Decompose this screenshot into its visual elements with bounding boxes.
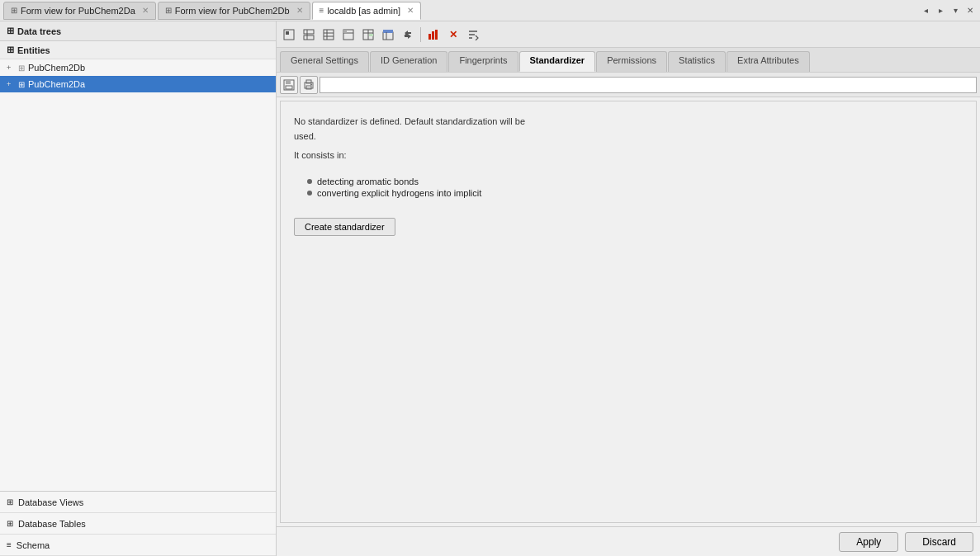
- create-standardizer-button[interactable]: Create standardizer: [294, 218, 395, 236]
- tab-permissions-label: Permissions: [607, 55, 656, 65]
- toolbar-btn-sort[interactable]: [464, 26, 482, 44]
- svg-rect-20: [432, 31, 434, 40]
- tab-standardizer-label: Standardizer: [530, 55, 585, 65]
- apply-button[interactable]: Apply: [839, 532, 898, 552]
- std-btn-print[interactable]: [300, 76, 318, 94]
- bullet-item-2: converting explicit hydrogens into impli…: [307, 188, 963, 198]
- svg-rect-16: [383, 32, 393, 40]
- svg-rect-5: [324, 30, 334, 40]
- toolbar-btn-grid[interactable]: [300, 26, 318, 44]
- toolbar-separator-1: [420, 27, 421, 42]
- tab1-icon: ⊞: [11, 6, 17, 15]
- svg-rect-17: [383, 30, 393, 33]
- toolbar-btn-table1[interactable]: [320, 26, 338, 44]
- svg-rect-1: [286, 31, 289, 35]
- toolbar-btn-arrows[interactable]: [399, 26, 417, 44]
- tab3-icon: ≡: [320, 6, 324, 15]
- bullet-label-2: converting explicit hydrogens into impli…: [317, 188, 481, 198]
- window-controls: ◂ ▸ ▾ ✕: [919, 4, 977, 17]
- expand-icon-2: +: [7, 80, 15, 88]
- toolbar-btn-pointer[interactable]: [280, 26, 298, 44]
- svg-rect-21: [435, 30, 438, 40]
- svg-rect-3: [304, 35, 314, 40]
- standardizer-toolbar: [277, 73, 980, 97]
- svg-rect-19: [428, 34, 431, 40]
- next-btn[interactable]: ▸: [934, 4, 947, 17]
- grid-icon-2: ⊞: [18, 80, 25, 89]
- tab2-close[interactable]: ✕: [296, 6, 303, 15]
- info-line1: No standardizer is defined. Default stan…: [294, 115, 963, 130]
- tab2-icon: ⊞: [165, 6, 172, 15]
- entities-label: Entities: [17, 45, 50, 55]
- footer-schema[interactable]: ≡ Schema: [0, 535, 276, 556]
- toolbar-btn-delete[interactable]: ✕: [444, 26, 462, 44]
- tab-id-generation-label: ID Generation: [381, 55, 437, 65]
- main-toolbar: ✕: [277, 21, 980, 48]
- tab-general-settings-label: General Settings: [291, 55, 358, 65]
- info-line2: used.: [294, 130, 963, 144]
- tab-fingerprints[interactable]: Fingerprints: [448, 51, 518, 72]
- tab-standardizer[interactable]: Standardizer: [519, 51, 596, 72]
- standardizer-name-input[interactable]: [320, 77, 977, 93]
- title-tab-1[interactable]: ⊞ Form view for PubChem2Da ✕: [3, 2, 156, 20]
- tree-item-pubchem2db[interactable]: + ⊞ PubChem2Db: [0, 59, 276, 76]
- bullet-label-1: detecting aromatic bonds: [317, 177, 419, 186]
- dropdown-btn[interactable]: ▾: [949, 4, 962, 17]
- footer-database-views[interactable]: ⊞ Database Views: [0, 492, 276, 513]
- sidebar-header: ⊞ Data trees: [0, 21, 276, 41]
- svg-rect-11: [343, 30, 347, 33]
- bottom-bar: Apply Discard: [277, 526, 980, 556]
- tab2-label: Form view for PubChem2Db: [175, 6, 290, 16]
- tab-content: No standardizer is defined. Default stan…: [277, 73, 980, 526]
- tab3-close[interactable]: ✕: [407, 6, 414, 15]
- sidebar-footer: ⊞ Database Views ⊞ Database Tables ≡ Sch…: [0, 491, 276, 556]
- svg-rect-27: [286, 86, 292, 89]
- footer-database-tables[interactable]: ⊞ Database Tables: [0, 513, 276, 535]
- discard-button[interactable]: Discard: [905, 532, 973, 552]
- item-label-2: PubChem2Da: [28, 79, 85, 89]
- tab-fingerprints-label: Fingerprints: [459, 55, 507, 65]
- tab-permissions[interactable]: Permissions: [596, 51, 667, 72]
- tab-id-generation[interactable]: ID Generation: [370, 51, 447, 72]
- title-tab-2[interactable]: ⊞ Form view for PubChem2Db ✕: [158, 2, 310, 20]
- std-btn-save[interactable]: [280, 76, 298, 94]
- tab3-label: localdb [as admin]: [327, 6, 400, 16]
- tab-statistics-label: Statistics: [679, 55, 715, 65]
- tab-statistics[interactable]: Statistics: [668, 51, 726, 72]
- tab-general-settings[interactable]: General Settings: [280, 51, 369, 72]
- tab-bar: General Settings ID Generation Fingerpri…: [277, 48, 980, 73]
- db-tables-icon: ⊞: [7, 519, 13, 528]
- entities-section: ⊞ Entities: [0, 41, 276, 59]
- expand-icon-1: +: [7, 64, 15, 72]
- toolbar-btn-chart[interactable]: [424, 26, 443, 44]
- tab-extra-attributes-label: Extra Attributes: [737, 55, 799, 65]
- prev-btn[interactable]: ◂: [919, 4, 932, 17]
- svg-point-31: [310, 83, 312, 85]
- db-views-label: Database Views: [18, 497, 83, 507]
- svg-rect-26: [286, 80, 291, 84]
- tab1-close[interactable]: ✕: [142, 6, 149, 15]
- db-views-icon: ⊞: [7, 497, 13, 507]
- bullet-item-1: detecting aromatic bonds: [307, 177, 963, 186]
- toolbar-btn-table2[interactable]: [339, 26, 357, 44]
- close-all-btn[interactable]: ✕: [963, 4, 977, 17]
- content-area: ✕ General Settings ID Generation Fingerp…: [277, 21, 980, 556]
- title-bar: ⊞ Form view for PubChem2Da ✕ ⊞ Form view…: [0, 0, 980, 21]
- standardizer-main-content: No standardizer is defined. Default stan…: [280, 101, 977, 523]
- data-trees-icon: ⊞: [7, 26, 14, 36]
- schema-icon: ≡: [7, 540, 12, 549]
- schema-label: Schema: [17, 540, 50, 550]
- bullet-dot-1: [307, 179, 312, 184]
- toolbar-btn-table4[interactable]: [379, 26, 397, 44]
- tree-item-pubchem2da[interactable]: + ⊞ PubChem2Da: [0, 76, 276, 92]
- info-line3: It consists in:: [294, 148, 963, 163]
- standardizer-info-text: No standardizer is defined. Default stan…: [294, 115, 963, 163]
- tab-extra-attributes[interactable]: Extra Attributes: [727, 51, 810, 72]
- grid-icon-1: ⊞: [18, 64, 25, 73]
- title-tab-3[interactable]: ≡ localdb [as admin] ✕: [312, 2, 422, 20]
- svg-rect-15: [369, 34, 373, 36]
- toolbar-btn-table3[interactable]: [359, 26, 377, 44]
- item-label-1: PubChem2Db: [28, 63, 85, 73]
- sidebar: ⊞ Data trees ⊞ Entities + ⊞ PubChem2Db +…: [0, 21, 277, 556]
- entities-icon: ⊞: [7, 45, 14, 55]
